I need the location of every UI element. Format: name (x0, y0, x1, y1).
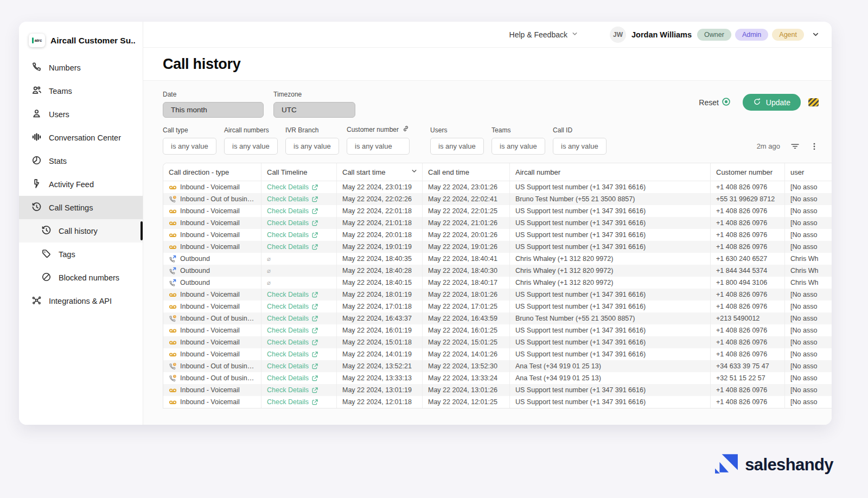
col-call-start-time[interactable]: Call start time (336, 163, 422, 181)
call-type-value[interactable]: is any value (163, 138, 216, 155)
voicemail-icon (169, 207, 177, 215)
sidebar-item-users[interactable]: Users (19, 103, 143, 126)
table-row[interactable]: Inbound - VoicemailCheck DetailsMay 22 2… (163, 217, 832, 229)
check-details-link[interactable]: Check Details (267, 398, 318, 406)
timezone-filter-input[interactable]: UTC (273, 102, 355, 118)
sidebar-item-label: Stats (49, 157, 67, 165)
filter-icon[interactable] (790, 142, 800, 151)
table-row[interactable]: Inbound - VoicemailCheck DetailsMay 22 2… (163, 241, 832, 253)
sidebar-item-call-history[interactable]: Call history (19, 219, 143, 242)
saleshandy-wordmark: saleshandy (745, 455, 833, 475)
check-details-link[interactable]: Check Details (267, 219, 318, 227)
check-details-link[interactable]: Check Details (267, 195, 318, 203)
table-row[interactable]: Inbound - VoicemailCheck DetailsMay 22 2… (163, 301, 832, 312)
call-end-cell: May 22 2024, 21:01:26 (422, 217, 509, 229)
empty-timeline-icon: ⌀ (267, 267, 271, 274)
customer-number-value[interactable]: is any value (347, 138, 410, 155)
sidebar-item-conversation-center[interactable]: Conversation Center (19, 126, 143, 149)
history-icon (31, 202, 42, 214)
table-row[interactable]: Inbound - VoicemailCheck DetailsMay 22 2… (163, 229, 832, 241)
check-details-link[interactable]: Check Details (267, 350, 318, 358)
table-row[interactable]: Outbound⌀May 22 2024, 18:40:15May 22 202… (163, 277, 832, 289)
call-history-table: Call direction - type Call Timeline Call… (163, 163, 832, 408)
check-details-link[interactable]: Check Details (267, 386, 318, 394)
avatar[interactable]: JW (610, 27, 626, 43)
table-row[interactable]: Inbound - Out of busin…Check DetailsMay … (163, 193, 832, 205)
sidebar-item-tags[interactable]: Tags (19, 242, 143, 266)
check-details-link[interactable]: Check Details (267, 291, 318, 298)
call-start-cell: May 22 2024, 22:02:26 (336, 193, 422, 205)
table-row[interactable]: Inbound - VoicemailCheck DetailsMay 22 2… (163, 324, 832, 336)
call-direction-cell: Inbound - Voicemail (163, 348, 261, 360)
call-end-cell: May 22 2024, 20:01:26 (422, 229, 509, 241)
check-details-link[interactable]: Check Details (267, 231, 318, 239)
pie-chart-icon (31, 155, 42, 167)
call-start-cell: May 22 2024, 17:01:18 (336, 301, 422, 312)
table-row[interactable]: Inbound - Out of busin…Check DetailsMay … (163, 312, 832, 324)
teams-filter-value[interactable]: is any value (492, 138, 545, 155)
table-row[interactable]: Inbound - VoicemailCheck DetailsMay 22 2… (163, 289, 832, 301)
table-row[interactable]: Inbound - VoicemailCheck DetailsMay 22 2… (163, 205, 832, 217)
sidebar-item-integrations-api[interactable]: Integrations & API (19, 289, 143, 312)
col-user[interactable]: user (784, 163, 832, 181)
sidebar-item-activity-feed[interactable]: Activity Feed (19, 173, 143, 196)
aircall-numbers-value[interactable]: is any value (224, 138, 278, 155)
check-details-link[interactable]: Check Details (267, 183, 318, 191)
check-details-link[interactable]: Check Details (267, 315, 318, 322)
call-end-cell: May 22 2024, 14:01:26 (422, 348, 509, 360)
outbound-icon (169, 255, 177, 263)
table-row[interactable]: Inbound - VoicemailCheck DetailsMay 22 2… (163, 348, 832, 360)
sidebar-item-blocked-numbers[interactable]: Blocked numbers (19, 266, 143, 289)
teams-filter-label: Teams (492, 126, 545, 134)
account-menu-chevron-icon[interactable] (812, 30, 820, 39)
col-customer-number[interactable]: Customer number (710, 163, 784, 181)
check-details-link[interactable]: Check Details (267, 303, 318, 310)
help-feedback-label: Help & Feedback (509, 30, 567, 39)
check-details-link[interactable]: Check Details (267, 374, 318, 382)
users-filter-value[interactable]: is any value (430, 138, 484, 155)
sidebar-item-stats[interactable]: Stats (19, 149, 143, 173)
update-button[interactable]: Update (743, 94, 801, 111)
user-cell: [No asso (784, 193, 832, 205)
table-row[interactable]: Inbound - VoicemailCheck DetailsMay 22 2… (163, 384, 832, 396)
reset-button[interactable]: Reset (699, 97, 731, 108)
aircall-number-cell: US Support test number (+1 347 391 6616) (509, 384, 710, 396)
table-row[interactable]: Inbound - VoicemailCheck DetailsMay 22 2… (163, 396, 832, 408)
ivr-branch-value[interactable]: is any value (285, 138, 339, 155)
col-call-end-time[interactable]: Call end time (422, 163, 509, 181)
call-direction-cell: Inbound - Out of busin… (163, 372, 261, 384)
col-aircall-number[interactable]: Aircall number (509, 163, 710, 181)
customer-number-cell: +1 408 826 0976 (710, 301, 784, 312)
check-details-link[interactable]: Check Details (267, 243, 318, 251)
sort-chevron-down-icon[interactable] (411, 168, 418, 176)
check-details-link[interactable]: Check Details (267, 339, 318, 346)
user-cell: [No asso (784, 181, 832, 193)
sidebar-item-label: Activity Feed (49, 180, 94, 189)
table-row[interactable]: Outbound⌀May 22 2024, 18:40:35May 22 202… (163, 253, 832, 265)
call-settings-submenu: Call history Tags Blocked numbers (19, 219, 143, 289)
call-start-cell: May 22 2024, 20:01:18 (336, 229, 422, 241)
sidebar-item-teams[interactable]: Teams (19, 79, 143, 103)
sidebar-item-call-settings[interactable]: Call Settings (19, 196, 143, 219)
call-end-cell: May 22 2024, 18:01:26 (422, 289, 509, 301)
date-filter-input[interactable]: This month (163, 102, 264, 118)
call-end-cell: May 22 2024, 19:01:26 (422, 241, 509, 253)
owner-badge: Owner (697, 29, 731, 41)
check-details-link[interactable]: Check Details (267, 327, 318, 334)
call-timeline-cell: Check Details (261, 312, 336, 324)
table-row[interactable]: Inbound - VoicemailCheck DetailsMay 22 2… (163, 336, 832, 348)
check-details-link[interactable]: Check Details (267, 362, 318, 370)
call-timeline-cell: Check Details (261, 229, 336, 241)
table-row[interactable]: Outbound⌀May 22 2024, 18:40:28May 22 202… (163, 265, 832, 277)
check-details-link[interactable]: Check Details (267, 207, 318, 215)
call-id-value[interactable]: is any value (553, 138, 607, 155)
help-feedback-menu[interactable]: Help & Feedback (509, 30, 578, 39)
col-call-direction[interactable]: Call direction - type (163, 163, 261, 181)
col-call-timeline[interactable]: Call Timeline (261, 163, 336, 181)
table-row[interactable]: Inbound - Out of busin…Check DetailsMay … (163, 360, 832, 372)
sidebar-item-numbers[interactable]: Numbers (19, 56, 143, 79)
table-row[interactable]: Inbound - Out of busin…Check DetailsMay … (163, 372, 832, 384)
kebab-menu-icon[interactable] (810, 142, 819, 151)
table-row[interactable]: Inbound - VoicemailCheck DetailsMay 22 2… (163, 181, 832, 193)
user-cell: [No asso (784, 324, 832, 336)
